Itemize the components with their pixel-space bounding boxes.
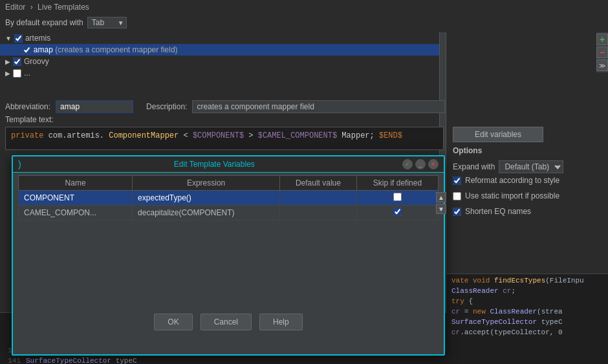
right-code-line5: SurfaceTypeCollector typeC [446, 317, 608, 327]
expr-input-1[interactable] [138, 193, 274, 202]
dialog-table-container: Name Expression Default value Skip if de… [13, 173, 444, 223]
breadcrumb: Editor › Live Templates [5, 3, 89, 12]
cell-name-1: COMPONENT [19, 191, 133, 206]
right-scroll: + − ≫ [596, 32, 608, 72]
code-line-141: 141 SurfaceTypeCollector typeC [0, 356, 446, 364]
breadcrumb-editor: Editor [5, 3, 25, 12]
add-icon[interactable]: + [596, 34, 608, 45]
expand-row: By default expand with Tab Enter Space ▼ [5, 17, 127, 28]
code-bracket: < [183, 131, 188, 140]
reformat-label: Reformat according to style [465, 176, 559, 185]
shorten-eq-row: Shorten EQ names [453, 207, 531, 216]
code-area[interactable]: private com.artemis. ComponentMapper < $… [5, 127, 444, 150]
dialog-check-icon[interactable]: ✓ [402, 159, 413, 169]
code-bracket-close: > [248, 131, 257, 140]
dialog-icon: ) [18, 159, 21, 169]
tree-item-groovy[interactable]: ▶ Groovy [0, 56, 446, 67]
expand-label: By default expand with [5, 18, 83, 27]
tree-item-amap[interactable]: amap (creates a component mapper field) [0, 44, 446, 56]
artemis-checkbox[interactable] [14, 34, 23, 43]
remove-icon[interactable]: − [596, 47, 608, 58]
dialog-close-icon[interactable]: ✕ [428, 159, 439, 169]
cell-name-2: CAMEL_COMPON... [19, 206, 133, 220]
right-code-line3: try { [446, 296, 608, 306]
right-code-line4: cr = new ClassReader(strea [446, 306, 608, 317]
shorten-eq-label: Shorten EQ names [465, 207, 531, 216]
col-skip: Skip if defined [356, 176, 438, 191]
tree-item-artemis[interactable]: ▼ artemis [0, 32, 446, 44]
cell-default-1[interactable] [280, 191, 357, 206]
static-import-checkbox[interactable] [453, 192, 461, 200]
table-header-row: Name Expression Default value Skip if de… [19, 176, 439, 191]
right-code-panel: vate void findEcsTypes(FileInpu ClassRea… [446, 273, 608, 364]
scroll-down-icon[interactable]: ▼ [436, 204, 446, 214]
dialog-title: Edit Template Variables [27, 160, 402, 169]
keyword-private: private [11, 131, 43, 140]
options-expand-dropdown[interactable]: Default (Tab) Tab Enter [499, 160, 563, 173]
dialog-cancel-button[interactable]: Cancel [201, 314, 252, 330]
dialog-button-row: OK Cancel Help [13, 307, 444, 337]
desc-input[interactable] [192, 100, 445, 113]
edit-variables-button[interactable]: Edit variables [453, 127, 543, 142]
abbrev-label: Abbreviation: [5, 102, 50, 111]
table-row[interactable]: CAMEL_COMPON... [19, 206, 439, 220]
expand-dropdown[interactable]: Tab Enter Space [87, 17, 127, 28]
cell-expr-1[interactable] [133, 191, 280, 206]
more-label: ... [24, 69, 30, 78]
code-space: com.artemis. [49, 131, 104, 140]
reformat-row: Reformat according to style [453, 176, 559, 185]
amap-label: amap (creates a component mapper field) [34, 45, 178, 54]
shorten-eq-checkbox[interactable] [453, 208, 461, 216]
col-name: Name [19, 176, 133, 191]
dialog-table: Name Expression Default value Skip if de… [18, 175, 439, 220]
cell-default-2[interactable] [280, 206, 357, 220]
expand-dropdown-wrapper: Tab Enter Space ▼ [87, 17, 127, 28]
abbrev-input[interactable] [56, 100, 133, 113]
tree-item-more[interactable]: ▶ ... [0, 67, 446, 79]
amap-checkbox[interactable] [23, 46, 31, 54]
reformat-checkbox[interactable] [453, 177, 461, 185]
template-text-label: Template text: [5, 115, 54, 124]
arrow-icon: ▶ [5, 70, 10, 77]
more-checkbox[interactable] [13, 69, 21, 78]
code-end-var: $END$ [379, 131, 402, 140]
arrow-icon: ▶ [5, 58, 10, 65]
breadcrumb-separator: › [30, 3, 35, 12]
options-label: Options [453, 146, 482, 155]
expr-input-2[interactable] [138, 208, 274, 217]
options-expand-row: Expand with Default (Tab) Tab Enter ▼ [453, 160, 563, 173]
skip-checkbox-1[interactable] [393, 193, 402, 201]
options-expand-label: Expand with [453, 162, 495, 171]
artemis-label: artemis [25, 34, 50, 43]
code-classname: ComponentMapper [109, 131, 179, 140]
abbrev-row: Abbreviation: Description: [5, 100, 445, 113]
right-code-line2: ClassReader cr; [446, 286, 608, 296]
dialog-ok-button[interactable]: OK [154, 314, 192, 330]
static-import-row: Use static import if possible [453, 191, 559, 200]
code-var-camel: $CAMEL_COMPONENT$ [258, 131, 337, 140]
dialog-help-button[interactable]: Help [259, 314, 303, 330]
dialog-controls: ✓ _ ✕ [402, 159, 439, 169]
cell-expr-2[interactable] [133, 206, 280, 220]
arrow-icon [18, 47, 20, 54]
code-mapper: Mapper; [342, 131, 374, 140]
static-import-label: Use static import if possible [465, 191, 559, 200]
copy-icon[interactable]: ≫ [596, 59, 608, 71]
dialog-titlebar: ) Edit Template Variables ✓ _ ✕ [13, 156, 444, 173]
col-default: Default value [280, 176, 357, 191]
table-row[interactable]: COMPONENT [19, 191, 439, 206]
dialog-minimize-icon[interactable]: _ [415, 159, 426, 169]
dialog-spacer [13, 223, 444, 307]
dialog-table-scroll: ▲ ▼ [436, 192, 446, 214]
groovy-checkbox[interactable] [13, 58, 21, 66]
cell-skip-2 [356, 206, 438, 220]
right-code-line6: cr.accept(typeCollector, 0 [446, 327, 608, 337]
groovy-label: Groovy [24, 57, 49, 66]
breadcrumb-live-templates: Live Templates [38, 3, 89, 12]
edit-template-variables-dialog: ) Edit Template Variables ✓ _ ✕ Name Exp… [12, 155, 445, 356]
arrow-icon: ▼ [5, 35, 12, 42]
options-expand-dropdown-wrapper: Default (Tab) Tab Enter ▼ [499, 160, 563, 173]
scroll-up-icon[interactable]: ▲ [436, 192, 446, 202]
skip-checkbox-2[interactable] [393, 208, 402, 216]
col-expression: Expression [133, 176, 280, 191]
